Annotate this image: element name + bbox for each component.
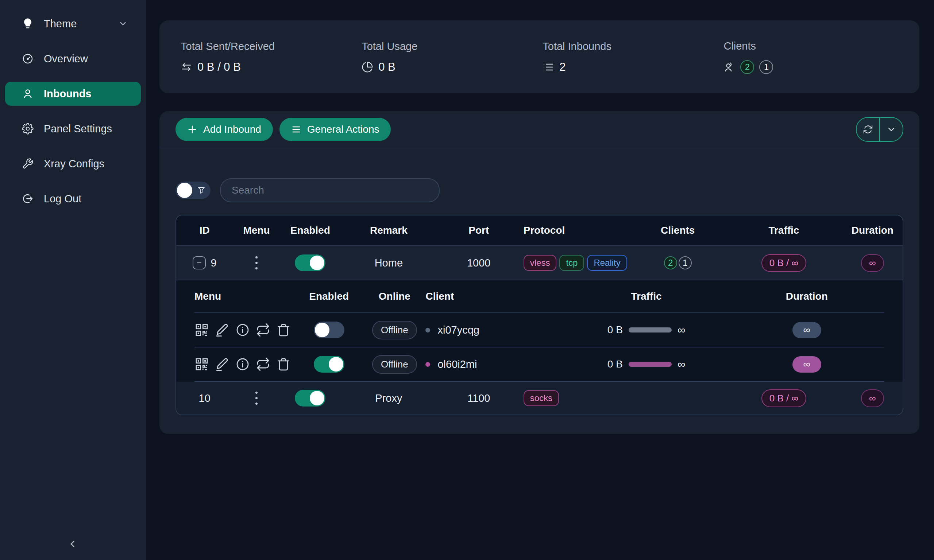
port-cell: 1100	[437, 392, 521, 404]
general-actions-button[interactable]: General Actions	[279, 118, 391, 141]
sidebar-item-label: Inbounds	[44, 88, 91, 100]
sidebar-item-overview[interactable]: Overview	[5, 47, 141, 71]
col-header-menu: Menu	[233, 225, 280, 236]
add-inbound-button[interactable]: Add Inbound	[176, 118, 273, 141]
col-header-clients: Clients	[630, 225, 725, 236]
theme-label: Theme	[44, 18, 77, 30]
info-icon[interactable]	[235, 323, 250, 337]
sub-col-traffic: Traffic	[564, 291, 729, 302]
stat-label: Clients	[723, 40, 905, 52]
stat-clients: Clients 2 1	[723, 40, 905, 74]
client-name: xi07ycqg	[438, 324, 479, 336]
search-row	[176, 178, 903, 202]
col-header-remark: Remark	[341, 225, 437, 236]
expanded-clients-section: Menu Enabled Online Client Traffic Durat…	[176, 280, 903, 382]
stat-total-sent-received: Total Sent/Received 0 B / 0 B	[180, 40, 362, 74]
stat-total-usage: Total Usage 0 B	[362, 40, 543, 74]
duration-badge: ∞	[861, 389, 884, 407]
delete-icon[interactable]	[276, 323, 291, 337]
col-header-duration: Duration	[842, 225, 903, 236]
chevron-down-icon	[118, 19, 128, 28]
traffic-used: 0 B	[607, 324, 623, 336]
row-menu-button[interactable]	[253, 254, 260, 272]
protocol-tag: socks	[524, 390, 559, 406]
users-icon	[723, 61, 735, 73]
traffic-badge: 0 B / ∞	[761, 254, 806, 272]
plus-icon	[187, 124, 197, 135]
client-duration-badge: ∞	[792, 322, 821, 338]
clients-deactivated-badge: 1	[679, 256, 692, 269]
col-header-port: Port	[437, 225, 521, 236]
wrench-icon	[22, 158, 34, 169]
sidebar-collapse-button[interactable]	[65, 536, 81, 552]
protocol-cell: vless tcp Reality	[521, 255, 630, 271]
collapse-row-button[interactable]	[193, 256, 206, 269]
sub-col-enabled: Enabled	[294, 291, 364, 302]
traffic-progress-bar	[629, 362, 672, 367]
sub-col-online: Online	[364, 291, 425, 302]
sidebar: Theme Overview Inbounds	[0, 0, 146, 560]
table-header-row: ID Menu Enabled Remark Port Protocol Cli…	[176, 215, 903, 245]
stat-value: 0 B / 0 B	[197, 60, 241, 74]
toggle-knob	[177, 183, 192, 198]
client-row: Offline ol60i2mi 0 B ∞ ∞	[194, 348, 885, 381]
pie-chart-icon	[362, 61, 373, 73]
sidebar-item-label: Log Out	[44, 193, 82, 205]
security-tag: Reality	[587, 255, 627, 271]
reset-traffic-icon[interactable]	[256, 357, 270, 372]
protocol-tag: vless	[524, 255, 557, 271]
toolbar: Add Inbound General Actions	[159, 111, 919, 148]
theme-selector[interactable]: Theme	[5, 12, 141, 36]
sidebar-item-panel-settings[interactable]: Panel Settings	[5, 117, 141, 141]
gauge-icon	[22, 53, 34, 65]
online-status-badge: Offline	[372, 321, 417, 339]
search-input[interactable]	[220, 178, 440, 202]
sidebar-item-xray-configs[interactable]: Xray Configs	[5, 152, 141, 176]
logout-icon	[22, 193, 34, 205]
filter-toggle[interactable]	[176, 182, 211, 199]
client-enabled-toggle[interactable]	[314, 322, 344, 338]
gear-icon	[22, 123, 34, 135]
reset-traffic-icon[interactable]	[256, 323, 270, 337]
edit-icon[interactable]	[215, 357, 230, 372]
inbound-enabled-toggle[interactable]	[295, 390, 325, 406]
client-name: ol60i2mi	[438, 358, 477, 371]
inbound-id: 9	[211, 257, 217, 269]
stat-label: Total Inbounds	[543, 40, 723, 52]
transfer-icon	[180, 61, 192, 73]
stat-value: 0 B	[378, 60, 396, 74]
info-icon[interactable]	[235, 357, 250, 372]
qr-code-icon[interactable]	[194, 323, 209, 337]
table-row: 9 Home 1000 vless tcp Reality 2 1 0 B	[176, 245, 903, 280]
online-status-badge: Offline	[372, 355, 417, 374]
edit-icon[interactable]	[215, 323, 230, 337]
col-header-traffic: Traffic	[725, 225, 842, 236]
inbounds-table: ID Menu Enabled Remark Port Protocol Cli…	[176, 215, 903, 415]
table-row: 10 Proxy 1100 socks 0 B / ∞ ∞	[176, 382, 903, 415]
client-color-dot	[425, 362, 430, 367]
qr-code-icon[interactable]	[194, 357, 209, 372]
traffic-limit: ∞	[678, 358, 685, 371]
sidebar-item-label: Xray Configs	[44, 158, 104, 170]
funnel-icon	[197, 186, 206, 195]
clients-online-badge: 2	[740, 60, 754, 74]
refresh-dropdown-button[interactable]	[880, 118, 903, 141]
inbounds-panel: Add Inbound General Actions	[159, 111, 919, 434]
client-color-dot	[425, 328, 430, 332]
subtable-header-row: Menu Enabled Online Client Traffic Durat…	[194, 280, 885, 312]
sidebar-item-label: Panel Settings	[44, 123, 112, 135]
row-menu-button[interactable]	[253, 389, 260, 407]
inbound-enabled-toggle[interactable]	[295, 254, 325, 271]
client-enabled-toggle[interactable]	[314, 356, 344, 372]
remark-cell: Proxy	[341, 392, 437, 404]
stat-total-inbounds: Total Inbounds 2	[543, 40, 723, 74]
sidebar-item-logout[interactable]: Log Out	[5, 187, 141, 211]
sub-col-client: Client	[425, 291, 563, 302]
sub-col-menu: Menu	[194, 291, 294, 302]
refresh-button[interactable]	[857, 118, 880, 141]
stats-card: Total Sent/Received 0 B / 0 B Total Usag…	[159, 20, 919, 93]
user-icon	[22, 88, 34, 100]
clients-badges: 2 1	[664, 256, 692, 269]
delete-icon[interactable]	[276, 357, 291, 372]
sidebar-item-inbounds[interactable]: Inbounds	[5, 82, 141, 106]
